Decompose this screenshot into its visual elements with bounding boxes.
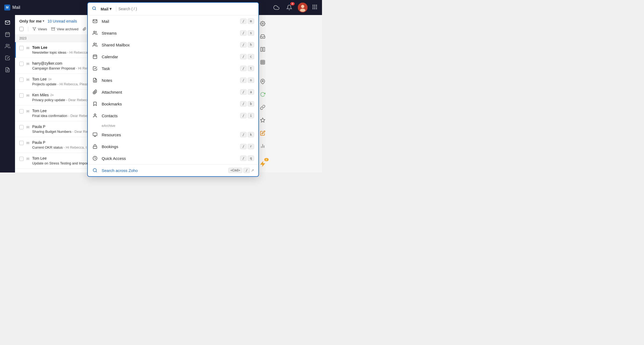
menu-item-calendar[interactable]: Calendar / c [88,51,258,63]
email-checkbox[interactable] [19,157,24,161]
sidebar-tasks-icon[interactable] [2,53,13,63]
notifications-btn[interactable]: 3 [285,3,294,12]
app-logo[interactable]: M Mail [4,5,20,10]
toolbar-divider [28,27,28,31]
shortcut-key: i [248,113,254,118]
email-subject: Sharing Budget Numbers [32,130,71,134]
menu-item-mail[interactable]: Mail / m [88,15,258,27]
menu-item-label: Attachment [102,90,236,94]
menu-item-label: Notes [102,78,236,83]
view-archived-btn[interactable]: View archived [51,27,78,31]
svg-line-36 [95,9,96,10]
svg-point-37 [94,31,95,33]
chevron-icon: ▾ [109,6,112,11]
search-across-zoho[interactable]: Search across Zoho <Cmd> / ↗ [88,164,258,172]
svg-rect-9 [313,8,314,9]
menu-item-bookings[interactable]: Bookings / r [88,141,258,152]
menu-item-label: Streams [102,31,236,35]
menu-item-label: Shared Mailbox [102,43,236,47]
shortcuts: / n [240,78,254,83]
shortcuts: / q [240,156,254,161]
svg-rect-10 [314,8,315,9]
svg-point-2 [300,9,305,12]
shortcuts: / t [240,66,254,71]
left-sidebar [0,15,15,172]
email-checkbox[interactable] [19,62,24,66]
menu-item-bookmarks[interactable]: Bookmarks / b [88,98,258,110]
shortcut-key: b [248,101,254,107]
shortcut-slash: / [240,42,247,47]
mail-selector[interactable]: Mail ▾ [98,5,114,12]
shortcut-slash: / [240,89,247,95]
shortcut-slash: / [240,101,247,107]
menu-item-resources[interactable]: Resources / k [88,129,258,141]
email-checkbox[interactable] [19,46,24,50]
contacts-icon [92,113,98,118]
email-subject: Final idea confirmation [32,114,67,118]
svg-point-38 [94,43,95,45]
email-subject: Newsletter topic ideas [32,50,66,54]
quick-access-icon [92,156,98,161]
envelope-icon: ✉ [26,141,30,145]
svg-rect-12 [5,32,9,36]
envelope-icon: ✉ [26,125,30,129]
svg-marker-30 [260,118,265,122]
notification-badge: 3 [290,2,295,5]
menu-item-notes[interactable]: Notes / n [88,74,258,86]
filter-selector[interactable]: Only for me ▾ [19,19,44,23]
sidebar-notes-icon[interactable] [2,64,13,75]
shortcut-slash: / [240,144,247,149]
menu-item-contacts[interactable]: Contacts / i [88,110,258,122]
shortcut-slash: / [240,113,247,118]
sidebar-contacts-icon[interactable] [2,41,13,52]
email-sender: Tom Lee [32,109,47,113]
svg-line-52 [96,171,97,172]
search-input[interactable] [118,7,254,11]
filter-label: Only for me [19,19,42,23]
envelope-icon: ✉ [26,62,30,66]
email-checkbox[interactable] [19,93,24,98]
menu-item-task[interactable]: Task / t [88,63,258,74]
email-checkbox[interactable] [19,125,24,129]
menu-item-quick-access[interactable]: Quick Access / q [88,152,258,164]
menu-item-shared-mailbox[interactable]: Shared Mailbox / h [88,39,258,51]
shared-mailbox-icon [92,42,98,47]
unread-count[interactable]: 10 Unread emails [47,19,77,23]
search-across-shortcuts: <Cmd> / ↗ [228,168,254,172]
sidebar-calendar-icon[interactable] [2,29,13,40]
lightning-badge: 2 [264,158,269,161]
svg-point-16 [6,44,8,46]
bookings-icon [92,144,98,149]
external-link-icon: ↗ [251,168,254,172]
sidebar-mail-icon[interactable] [2,17,13,28]
email-sender: Tom Lee [32,156,47,160]
header-divider [116,6,116,12]
email-checkbox[interactable] [19,141,24,145]
svg-point-21 [262,23,263,24]
svg-rect-3 [313,5,314,6]
shortcut-key: s [248,30,254,36]
select-all-checkbox[interactable] [19,27,24,31]
bookmarks-icon [92,101,98,106]
shortcut-key: n [248,78,254,83]
svg-rect-22 [261,47,262,52]
menu-item-label: Resources [102,133,236,137]
svg-rect-46 [93,133,97,136]
views-btn[interactable]: Views [32,27,47,31]
email-checkbox[interactable] [19,109,24,113]
svg-point-29 [262,80,263,82]
shortcut-slash: / [240,132,247,137]
menu-item-attachment[interactable]: Attachment / a [88,86,258,98]
svg-rect-4 [314,5,315,6]
svg-point-45 [94,114,96,115]
user-avatar[interactable] [298,3,308,12]
email-checkbox[interactable] [19,78,24,82]
email-subject: Campaign Banner Proposal [32,66,75,70]
mail-logo-icon: M [4,5,10,10]
thread-count: 1≡ [48,78,52,81]
apps-grid-btn[interactable] [312,4,318,11]
cloud-icon-btn[interactable] [272,3,281,12]
menu-item-label: Calendar [102,54,236,59]
email-sender: Tom Lee [32,77,47,81]
menu-item-streams[interactable]: Streams / s [88,27,258,39]
